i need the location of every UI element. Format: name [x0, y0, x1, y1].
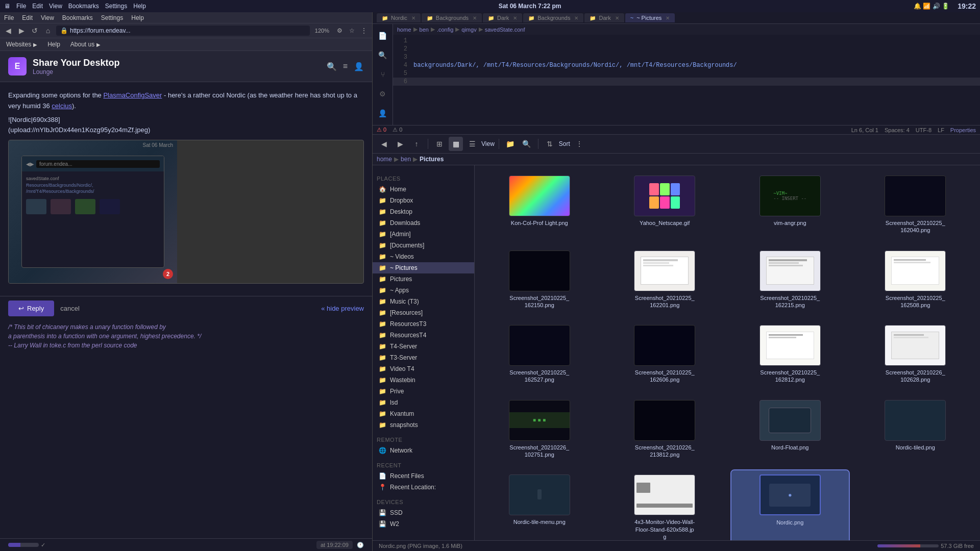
sidebar-item-snapshots[interactable]: 📁 snapshots — [373, 419, 474, 431]
file-item-ss-162040[interactable]: Screenshot_20210225_162040.png — [857, 171, 974, 238]
breadcrumb-qimgv[interactable]: qimgv — [461, 27, 476, 33]
sidebar-item-videot4[interactable]: 📁 Video T4 — [373, 363, 474, 374]
menu-view[interactable]: View — [49, 3, 62, 10]
sidebar-item-kvantum[interactable]: 📁 Kvantum — [373, 408, 474, 419]
sidebar-item-t3server[interactable]: 📁 T3-Server — [373, 352, 474, 363]
fm-view-details-btn[interactable]: ☰ — [465, 137, 479, 151]
sidebar-item-music[interactable]: 📁 Music (T3) — [373, 296, 474, 307]
file-item-ss-102751[interactable]: ■ ■ ■ Screenshot_20210226_102751.png — [481, 396, 598, 463]
menu-bookmarks[interactable]: Bookmarks — [68, 3, 99, 10]
sidebar-item-wastebin[interactable]: 📁 Wastebin — [373, 374, 474, 386]
fm-view-icons-btn[interactable]: ⊞ — [432, 137, 447, 151]
file-item-ss-162606[interactable]: Screenshot_20210225_162606.png — [606, 321, 724, 388]
sidebar-item-network[interactable]: 🌐 Network — [373, 445, 474, 456]
home-button[interactable]: ⌂ — [43, 26, 53, 36]
celsius-link[interactable]: celcius — [52, 102, 72, 110]
bookmark-star[interactable]: ☆ — [347, 26, 357, 36]
file-item-ss-162527[interactable]: Screenshot_20210225_162527.png — [481, 321, 598, 388]
editor-tab-backgrounds1[interactable]: 📁 Backgrounds ✕ — [422, 13, 482, 22]
bookmark-websites[interactable]: Websites ▶ — [4, 40, 39, 49]
more-btn[interactable]: ⋮ — [359, 26, 369, 36]
forward-button[interactable]: ▶ — [16, 26, 27, 36]
tab-dark2-close[interactable]: ✕ — [615, 15, 619, 21]
editor-tab-pictures[interactable]: ~ ~ Pictures ✕ — [625, 13, 675, 22]
sidebar-item-lsd[interactable]: 📁 lsd — [373, 397, 474, 408]
sidebar-item-videos[interactable]: 📁 ~ Videos — [373, 251, 474, 262]
fm-new-folder-btn[interactable]: 📁 — [503, 137, 518, 151]
editor-icon-git[interactable]: ⑂ — [375, 67, 390, 82]
cancel-link[interactable]: cancel — [60, 305, 80, 312]
bookmark-about-us[interactable]: About us ▶ — [68, 40, 103, 49]
sidebar-item-t4server[interactable]: 📁 T4-Server — [373, 341, 474, 352]
file-item-ss-102628[interactable]: Screenshot_20210226_102628.png — [857, 321, 974, 388]
file-item-yahoo[interactable]: Yahoo_Netscape.gif — [606, 171, 724, 238]
file-item-4x3-monitor[interactable]: 4x3-Monitor-Video-Wall-Floor-Stand-620x5… — [606, 470, 724, 540]
tab-pictures-close[interactable]: ✕ — [666, 15, 670, 21]
url-bar[interactable]: 🔒 https://forum.endeav... — [56, 26, 310, 36]
sidebar-item-w2[interactable]: 💾 W2 — [373, 518, 474, 530]
browser-menu-file[interactable]: File — [4, 14, 14, 21]
menu-icon[interactable]: ≡ — [343, 62, 348, 71]
sidebar-item-ssd[interactable]: 💾 SSD — [373, 507, 474, 518]
bookmark-help[interactable]: Help — [45, 40, 62, 49]
fm-view-grid-btn[interactable]: ▦ — [449, 137, 463, 151]
editor-icon-user[interactable]: 👤 — [375, 106, 390, 121]
browser-menu-settings[interactable]: Settings — [101, 14, 123, 21]
browser-menu-edit[interactable]: Edit — [22, 14, 33, 21]
fm-forward-btn[interactable]: ▶ — [393, 137, 407, 151]
tab-nordic-close[interactable]: ✕ — [411, 15, 415, 21]
editor-icon-settings[interactable]: ⚙ — [375, 86, 390, 102]
menu-help[interactable]: Help — [133, 3, 146, 10]
sidebar-item-resourcest4[interactable]: 📁 ResourcesT4 — [373, 330, 474, 341]
fm-more-btn[interactable]: ⋮ — [572, 137, 586, 151]
file-item-ss-162215[interactable]: Screenshot_20210225_162215.png — [731, 246, 849, 313]
menu-file[interactable]: File — [16, 3, 26, 10]
search-icon[interactable]: 🔍 — [327, 62, 337, 71]
sidebar-item-apps[interactable]: 📁 ~ Apps — [373, 285, 474, 296]
breadcrumb-file[interactable]: savedState.conf — [485, 27, 525, 33]
tab-bg2-close[interactable]: ✕ — [574, 15, 578, 21]
sidebar-item-home[interactable]: 🏠 Home — [373, 184, 474, 195]
file-item-ss-162150[interactable]: Screenshot_20210225_162150.png — [481, 246, 598, 313]
properties-link[interactable]: Properties — [950, 127, 976, 133]
file-item-ss-162201[interactable]: Screenshot_20210225_162201.png — [606, 246, 724, 313]
fm-search-btn[interactable]: 🔍 — [520, 137, 534, 151]
file-item-nord-float[interactable]: Nord-Float.png — [731, 396, 849, 463]
user-avatar[interactable]: 👤 — [354, 62, 364, 71]
file-item-vim[interactable]: ~VIM~-- INSERT -- vim-angr.png — [731, 171, 849, 238]
sidebar-item-downloads[interactable]: 📁 Downloads — [373, 217, 474, 229]
sidebar-item-recent-location[interactable]: 📍 Recent Location: — [373, 482, 474, 493]
menu-edit[interactable]: Edit — [32, 3, 43, 10]
browser-menu-help[interactable]: Help — [131, 14, 144, 21]
back-button[interactable]: ◀ — [3, 26, 13, 36]
plasma-config-link[interactable]: PlasmaConfigSaver — [103, 91, 162, 99]
sidebar-item-prive[interactable]: 📁 Prive — [373, 386, 474, 397]
extensions-btn[interactable]: ⚙ — [334, 26, 345, 36]
editor-tab-nordic[interactable]: 📁 Nordic ✕ — [377, 13, 421, 22]
editor-tab-backgrounds2[interactable]: 📁 Backgrounds ✕ — [523, 13, 583, 22]
breadcrumb-ben[interactable]: ben — [420, 27, 429, 33]
sidebar-item-recent-files[interactable]: 📄 Recent Files — [373, 470, 474, 482]
browser-menu-bookmarks[interactable]: Bookmarks — [62, 14, 93, 21]
fm-back-btn[interactable]: ◀ — [377, 137, 391, 151]
sidebar-item-documents[interactable]: 📁 [Documents] — [373, 240, 474, 251]
sidebar-item-dropbox[interactable]: 📁 Dropbox — [373, 195, 474, 206]
file-item-nordic-tile-menu[interactable]: Nordic-tile-menu.png — [481, 470, 598, 540]
sidebar-item-resourcest3[interactable]: 📁 ResourcesT3 — [373, 318, 474, 330]
fm-bread-ben[interactable]: ben — [401, 156, 411, 163]
editor-tab-dark2[interactable]: 📁 Dark ✕ — [584, 13, 624, 22]
menu-settings[interactable]: Settings — [105, 3, 127, 10]
file-item-ss-213812[interactable]: Screenshot_20210226_213812.png — [606, 396, 724, 463]
file-item-ss-162812[interactable]: Screenshot_20210225_162812.png — [731, 321, 849, 388]
file-item-kon-col[interactable]: Kon-Col-Prof Light.png — [481, 171, 598, 238]
reply-button[interactable]: ↩ Reply — [8, 300, 54, 316]
file-item-nordic-tiled[interactable]: Nordic-tiled.png — [857, 396, 974, 463]
sidebar-item-pictures[interactable]: 📁 ~ Pictures — [373, 262, 474, 273]
reload-button[interactable]: ↺ — [30, 26, 40, 36]
sidebar-item-resources[interactable]: 📁 [Resources] — [373, 307, 474, 318]
browser-menu-view[interactable]: View — [41, 14, 54, 21]
fm-up-btn[interactable]: ↑ — [409, 137, 424, 151]
breadcrumb-home[interactable]: home — [397, 27, 411, 33]
file-item-ss-162508[interactable]: Screenshot_20210225_162508.png — [857, 246, 974, 313]
breadcrumb-config[interactable]: .config — [437, 27, 453, 33]
